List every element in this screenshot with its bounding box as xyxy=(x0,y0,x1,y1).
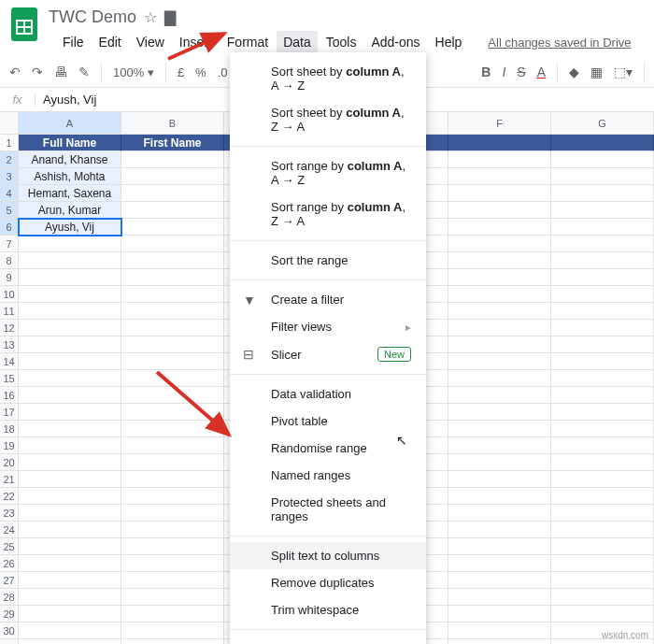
cell[interactable] xyxy=(121,589,224,606)
row-head[interactable]: 27 xyxy=(0,572,19,589)
menu-tools[interactable]: Tools xyxy=(320,31,363,53)
doc-title[interactable]: TWC Demo xyxy=(49,7,136,27)
row-head[interactable]: 29 xyxy=(0,606,19,623)
col-head-a[interactable]: A xyxy=(19,112,121,135)
cell[interactable] xyxy=(19,336,121,353)
menu-help[interactable]: Help xyxy=(429,31,469,53)
row-head[interactable]: 20 xyxy=(0,454,19,471)
row-head[interactable]: 3 xyxy=(0,168,19,185)
cell[interactable] xyxy=(448,336,551,353)
row-head[interactable]: 13 xyxy=(0,336,19,353)
cell[interactable] xyxy=(19,555,121,572)
row-head[interactable]: 2 xyxy=(0,151,19,168)
row-head[interactable]: 6 xyxy=(0,219,19,236)
cell[interactable]: Ashish, Mohta xyxy=(19,168,121,185)
folder-icon[interactable]: ▇ xyxy=(164,8,176,26)
italic-icon[interactable]: I xyxy=(502,64,505,79)
cell[interactable] xyxy=(19,269,121,286)
cell[interactable] xyxy=(448,404,551,421)
cell[interactable] xyxy=(551,286,654,303)
cell[interactable] xyxy=(448,168,551,185)
cell[interactable] xyxy=(551,505,654,522)
cell[interactable] xyxy=(448,555,551,572)
cell[interactable] xyxy=(448,370,551,387)
menu-data[interactable]: Data xyxy=(277,31,318,53)
cell[interactable] xyxy=(121,236,224,252)
row-head[interactable]: 28 xyxy=(0,589,19,606)
menu-file[interactable]: File xyxy=(56,31,91,53)
undo-icon[interactable]: ↶ xyxy=(9,64,21,79)
cell[interactable] xyxy=(121,421,224,437)
menu-create-filter[interactable]: ▼ Create a filter xyxy=(230,286,426,313)
row-head[interactable]: 25 xyxy=(0,538,19,555)
menu-view[interactable]: View xyxy=(130,31,171,53)
cell[interactable] xyxy=(121,572,224,589)
menu-trim-whitespace[interactable]: Trim whitespace xyxy=(230,596,426,623)
cell[interactable] xyxy=(551,236,654,252)
menu-edit[interactable]: Edit xyxy=(92,31,128,53)
fx-value[interactable]: Ayush, Vij xyxy=(36,93,96,107)
cell[interactable] xyxy=(19,538,121,555)
row-head[interactable]: 14 xyxy=(0,353,19,370)
cell[interactable] xyxy=(448,219,551,236)
cell[interactable]: Anand, Khanse xyxy=(19,151,121,168)
cell[interactable]: Hemant, Saxena xyxy=(19,185,121,202)
format-currency[interactable]: £ xyxy=(178,65,184,79)
cell[interactable]: Arun, Kumar xyxy=(19,202,121,219)
cell[interactable] xyxy=(19,589,121,606)
cell[interactable] xyxy=(19,320,121,336)
row-head[interactable]: 21 xyxy=(0,471,19,488)
cell[interactable] xyxy=(551,421,654,437)
strike-icon[interactable]: S xyxy=(517,64,525,79)
cell[interactable] xyxy=(448,606,551,623)
cell[interactable] xyxy=(448,437,551,454)
cell[interactable] xyxy=(121,623,224,639)
cell[interactable] xyxy=(551,320,654,336)
cell[interactable] xyxy=(121,185,224,202)
cell[interactable] xyxy=(121,219,224,236)
cell[interactable] xyxy=(551,572,654,589)
cell[interactable]: Ayush, Vij xyxy=(19,219,121,236)
cell[interactable] xyxy=(551,185,654,202)
cell[interactable] xyxy=(121,387,224,404)
menu-named-ranges[interactable]: Named ranges xyxy=(230,462,426,489)
cell[interactable] xyxy=(448,522,551,538)
cell[interactable] xyxy=(121,488,224,505)
cell[interactable] xyxy=(551,404,654,421)
cell[interactable] xyxy=(448,236,551,252)
cell[interactable] xyxy=(19,236,121,252)
row-head[interactable]: 16 xyxy=(0,387,19,404)
cell[interactable] xyxy=(551,303,654,320)
cell[interactable] xyxy=(19,303,121,320)
cell[interactable] xyxy=(448,505,551,522)
menu-sort-range-az[interactable]: Sort range by column A, A → Z xyxy=(230,152,426,193)
cell[interactable] xyxy=(19,505,121,522)
menu-filter-views[interactable]: Filter views▸ xyxy=(230,313,426,340)
row-head[interactable]: 26 xyxy=(0,555,19,572)
menu-sort-sheet-za[interactable]: Sort sheet by column A, Z → A xyxy=(230,99,426,140)
menu-insert[interactable]: Insert xyxy=(173,31,219,53)
cell[interactable] xyxy=(448,353,551,370)
row-head[interactable]: 24 xyxy=(0,522,19,538)
row-head[interactable]: 7 xyxy=(0,236,19,252)
borders-icon[interactable]: ▦ xyxy=(590,64,603,79)
cell[interactable] xyxy=(551,202,654,219)
merge-icon[interactable]: ⬚▾ xyxy=(614,64,633,79)
row-head[interactable]: 15 xyxy=(0,370,19,387)
cell[interactable] xyxy=(551,370,654,387)
cell[interactable] xyxy=(448,252,551,269)
menu-sort-range-za[interactable]: Sort range by column A, Z → A xyxy=(230,193,426,235)
cell[interactable] xyxy=(121,336,224,353)
cell[interactable] xyxy=(19,421,121,437)
cell[interactable] xyxy=(448,269,551,286)
cell[interactable] xyxy=(551,488,654,505)
zoom-select[interactable]: 100% ▾ xyxy=(113,65,154,79)
row-head[interactable]: 31 xyxy=(0,639,19,644)
cell[interactable] xyxy=(551,269,654,286)
cell[interactable] xyxy=(551,219,654,236)
cell[interactable] xyxy=(551,168,654,185)
cell[interactable] xyxy=(19,572,121,589)
menu-sort-sheet-az[interactable]: Sort sheet by column A, A → Z xyxy=(230,58,426,99)
save-status[interactable]: All changes saved in Drive xyxy=(481,32,637,53)
cell[interactable] xyxy=(448,589,551,606)
